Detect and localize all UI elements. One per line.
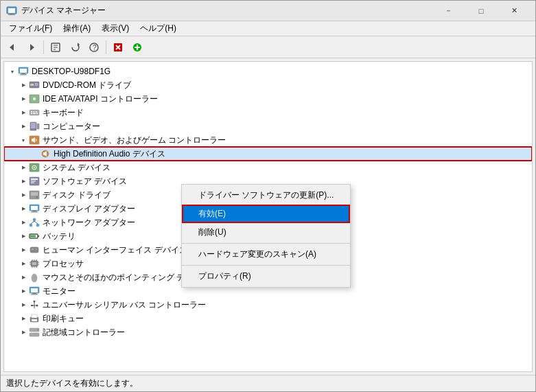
- svg-point-95: [37, 330, 38, 331]
- menu-file[interactable]: ファイル(F): [3, 21, 58, 36]
- svg-rect-37: [37, 124, 39, 129]
- status-bar: 選択したデバイスを有効にします。: [1, 375, 535, 391]
- forward-button[interactable]: [23, 38, 40, 56]
- title-bar-icon: [6, 5, 17, 16]
- svg-rect-64: [30, 247, 38, 253]
- svg-rect-46: [31, 178, 38, 180]
- expand-root[interactable]: [7, 66, 18, 77]
- expand-battery[interactable]: [18, 231, 29, 242]
- tree-label-ide: IDE ATA/ATAPI コントローラー: [43, 93, 158, 105]
- svg-rect-24: [30, 84, 34, 86]
- tree-label-display: ディスプレイ アダプター: [43, 203, 135, 215]
- icon-audio: [40, 148, 51, 159]
- svg-rect-83: [32, 293, 36, 294]
- tree-label-storage: 記憶域コントローラー: [43, 327, 125, 338]
- svg-point-57: [30, 224, 32, 227]
- expand-mouse[interactable]: [18, 272, 29, 283]
- add-button[interactable]: [128, 38, 146, 56]
- context-menu-scan[interactable]: ハードウェア変更のスキャン(A): [182, 245, 350, 264]
- tree-label-print: 印刷キュー: [43, 313, 84, 325]
- menu-action[interactable]: 操作(A): [58, 21, 96, 36]
- svg-rect-68: [32, 262, 36, 265]
- expand-usb[interactable]: [18, 299, 29, 310]
- expand-monitor[interactable]: [18, 286, 29, 297]
- expand-keyboard[interactable]: [18, 107, 29, 118]
- icon-pc: [29, 121, 40, 132]
- close-button[interactable]: ✕: [498, 1, 530, 21]
- svg-rect-62: [30, 235, 36, 238]
- icon-system: [29, 162, 40, 173]
- back-button[interactable]: [3, 38, 21, 56]
- tree-label-computer: コンピューター: [43, 121, 100, 132]
- expand-print[interactable]: [18, 313, 29, 324]
- svg-rect-50: [31, 192, 38, 196]
- device-tree[interactable]: DESKTOP-U98DF1G DVD/CD-ROM ドライブ IDE ATA/…: [3, 61, 533, 372]
- help-button[interactable]: ?: [85, 38, 103, 56]
- tree-item-print[interactable]: 印刷キュー: [4, 312, 532, 325]
- icon-keyboard: [29, 107, 40, 118]
- title-bar-title: デバイス マネージャー: [21, 5, 432, 16]
- tree-item-dvd[interactable]: DVD/CD-ROM ドライブ: [4, 78, 532, 92]
- tree-label-keyboard: キーボード: [43, 107, 84, 119]
- expand-storage[interactable]: [18, 327, 29, 338]
- menu-help[interactable]: ヘルプ(H): [135, 21, 182, 36]
- tree-label-monitor: モニター: [43, 286, 75, 297]
- expand-dvd[interactable]: [18, 80, 29, 91]
- svg-point-51: [36, 196, 38, 198]
- context-menu-properties[interactable]: プロパティ(R): [182, 267, 350, 286]
- menu-view[interactable]: 表示(V): [96, 21, 135, 36]
- context-menu-uninstall[interactable]: 削除(U): [182, 223, 350, 242]
- icon-usb: [29, 299, 40, 310]
- icon-disk: [29, 189, 40, 200]
- svg-rect-93: [37, 318, 38, 319]
- svg-text:?: ?: [93, 44, 97, 51]
- expand-ide[interactable]: [18, 93, 29, 104]
- svg-rect-48: [31, 183, 34, 184]
- expand-sound[interactable]: [18, 135, 29, 146]
- svg-rect-1: [8, 8, 15, 13]
- expand-processor[interactable]: [18, 258, 29, 269]
- toolbar: ?: [1, 36, 535, 58]
- expand-software[interactable]: [18, 176, 29, 187]
- properties-button[interactable]: [47, 38, 65, 56]
- expand-display[interactable]: [18, 203, 29, 214]
- svg-rect-29: [31, 111, 32, 113]
- tree-item-ide[interactable]: IDE ATA/ATAPI コントローラー: [4, 92, 532, 106]
- svg-point-27: [33, 97, 36, 100]
- tree-item-storage[interactable]: 記憶域コントローラー: [4, 325, 532, 339]
- svg-point-25: [34, 82, 38, 87]
- context-menu: ドライバー ソフトウェアの更新(P)... 有効(E) 削除(U) ハードウェア…: [181, 184, 351, 288]
- tree-item-audio[interactable]: High Definition Audio デバイス: [4, 147, 532, 161]
- refresh-button[interactable]: [66, 38, 84, 56]
- svg-rect-92: [32, 319, 37, 321]
- expand-audio: [29, 148, 40, 159]
- svg-point-97: [37, 334, 38, 336]
- tree-label-disk: ディスク ドライブ: [43, 189, 110, 201]
- context-menu-enable[interactable]: 有効(E): [182, 205, 350, 223]
- tree-item-root[interactable]: DESKTOP-U98DF1G: [4, 65, 532, 78]
- tree-item-keyboard[interactable]: キーボード: [4, 106, 532, 119]
- expand-computer[interactable]: [18, 121, 29, 132]
- svg-rect-20: [20, 69, 27, 73]
- uninstall-button[interactable]: [109, 38, 127, 56]
- context-menu-update-driver[interactable]: ドライバー ソフトウェアの更新(P)...: [182, 186, 350, 205]
- svg-rect-63: [38, 235, 39, 237]
- svg-marker-85: [33, 301, 36, 303]
- svg-rect-65: [32, 249, 34, 250]
- icon-sound: [29, 135, 40, 146]
- minimize-button[interactable]: －: [432, 1, 464, 21]
- svg-rect-28: [30, 110, 39, 115]
- tree-item-computer[interactable]: コンピューター: [4, 119, 532, 133]
- tree-item-sound[interactable]: サウンド、ビデオ、およびゲーム コントローラー: [4, 133, 532, 147]
- maximize-button[interactable]: □: [465, 1, 497, 21]
- tree-item-system[interactable]: システム デバイス: [4, 161, 532, 174]
- expand-network[interactable]: [18, 217, 29, 228]
- tree-label-software: ソフトウェア デバイス: [43, 176, 127, 187]
- expand-system[interactable]: [18, 162, 29, 173]
- expand-human[interactable]: [18, 244, 29, 255]
- svg-rect-3: [8, 14, 15, 15]
- tree-label-dvd: DVD/CD-ROM ドライブ: [43, 80, 131, 91]
- tree-label-human: ヒューマン インターフェイス デバイス: [43, 244, 187, 256]
- expand-disk[interactable]: [18, 189, 29, 200]
- tree-item-usb[interactable]: ユニバーサル シリアル バス コントローラー: [4, 298, 532, 312]
